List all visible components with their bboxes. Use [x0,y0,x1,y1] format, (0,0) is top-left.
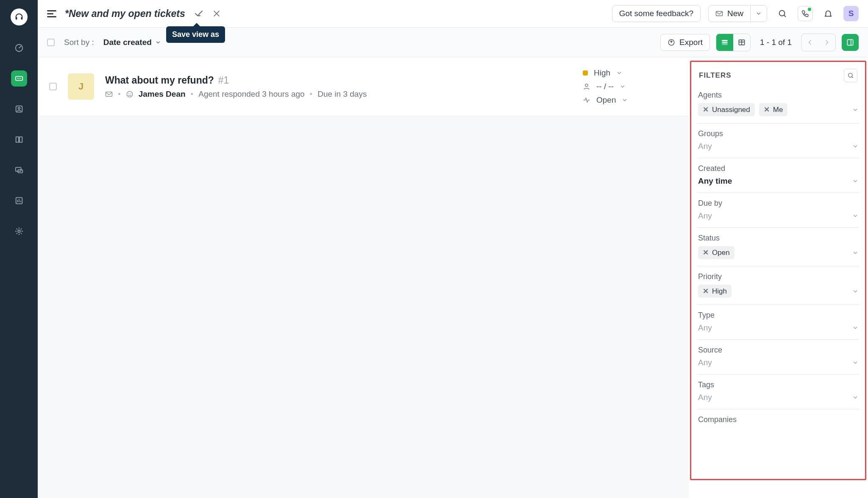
svg-rect-18 [722,44,727,45]
mail-icon [105,91,113,97]
assignee-dropdown[interactable]: -- / -- [583,82,676,91]
save-view-button[interactable] [194,8,204,19]
filter-status[interactable]: Status ✕Open [697,228,859,266]
person-icon [583,83,590,90]
filter-chip[interactable]: ✕Me [759,103,788,116]
svg-point-5 [18,78,19,79]
export-button[interactable]: Export [660,34,710,51]
svg-rect-20 [847,39,853,45]
ticket-checkbox[interactable] [49,83,57,90]
filter-chip[interactable]: ✕Open [698,246,734,259]
chevron-down-icon [616,70,622,76]
filters-search-button[interactable] [844,69,857,82]
save-view-tooltip: Save view as [166,26,225,43]
search-button[interactable] [775,6,790,21]
table-view-button[interactable] [733,34,750,51]
svg-point-22 [127,91,133,97]
priority-dropdown[interactable]: High [583,68,676,78]
person-icon [14,104,24,114]
bell-icon [823,9,833,18]
filter-created[interactable]: Created Any time [697,158,859,193]
sidebar-item-contacts[interactable] [11,101,27,117]
svg-point-24 [130,93,131,94]
filter-companies[interactable]: Companies [697,409,859,434]
notifications-button[interactable] [821,6,836,21]
svg-point-23 [128,93,129,94]
chevron-down-icon [756,11,762,17]
face-icon [126,90,134,98]
filter-priority[interactable]: Priority ✕High [697,266,859,305]
assignee-value: -- / -- [596,82,614,91]
feedback-button[interactable]: Got some feedback? [612,5,701,22]
chevron-down-icon [852,213,858,219]
chevron-left-icon [807,39,813,46]
remove-chip-icon[interactable]: ✕ [703,248,709,257]
brand-logo[interactable] [11,8,28,25]
book-icon [14,135,24,144]
ticket-list: J What about my refund? #1 • James Dean … [38,57,689,498]
chevron-down-icon [852,394,858,400]
panel-icon [846,38,854,47]
sidebar-item-dashboard[interactable] [11,40,27,56]
view-mode-toggle [716,34,751,51]
filter-due-by[interactable]: Due by Any [697,193,859,228]
card-view-button[interactable] [716,34,733,51]
requester-name[interactable]: James Dean [139,90,186,99]
discard-button[interactable] [212,9,221,18]
status-dropdown[interactable]: Open [583,95,676,105]
freshchat-button[interactable] [798,6,813,21]
chevron-right-icon [823,39,830,46]
views-menu-button[interactable] [47,10,56,17]
svg-point-6 [20,78,21,79]
mail-icon [715,11,723,17]
filter-tags[interactable]: Tags Any [697,375,859,409]
export-label: Export [679,38,703,47]
sidebar-item-forums[interactable] [11,162,27,178]
ticket-status-text: Agent responded 3 hours ago [198,90,304,99]
chevron-down-icon [852,250,858,256]
filter-chip[interactable]: ✕Unassigned [698,103,755,116]
ticket-subject[interactable]: What about my refund? [105,75,214,86]
filter-source[interactable]: Source Any [697,340,859,375]
chevron-down-icon [852,143,858,149]
remove-chip-icon[interactable]: ✕ [703,105,709,114]
filter-agents[interactable]: Agents ✕Unassigned ✕Me [697,85,859,123]
filter-groups[interactable]: Groups Any [697,123,859,158]
ticket-row[interactable]: J What about my refund? #1 • James Dean … [38,57,689,116]
filter-type[interactable]: Type Any [697,305,859,340]
ticket-due-text: Due in 3 days [317,90,367,99]
priority-dot-icon [583,70,588,76]
view-title: *New and my open tickets [65,8,185,20]
filters-title: FILTERS [699,71,732,80]
sidebar-item-tickets[interactable] [11,70,27,87]
new-button-dropdown[interactable] [750,6,767,22]
prev-page-button[interactable] [801,34,818,51]
sidebar-item-settings[interactable] [11,223,27,239]
remove-chip-icon[interactable]: ✕ [764,105,770,114]
next-page-button[interactable] [818,34,835,51]
activity-icon [583,96,590,104]
chevron-down-icon [852,288,858,294]
sort-dropdown[interactable]: Date created [103,38,161,47]
svg-point-8 [18,107,20,109]
sidebar-item-reports[interactable] [11,193,27,209]
user-initial: S [849,9,854,18]
user-avatar[interactable]: S [843,6,859,21]
select-all-checkbox[interactable] [47,39,55,46]
chevron-down-icon [852,107,858,113]
remove-chip-icon[interactable]: ✕ [703,287,709,296]
chevron-down-icon [852,178,858,184]
toggle-filters-button[interactable] [842,34,859,51]
svg-rect-1 [21,17,22,20]
ticket-id: #1 [218,75,229,86]
svg-point-12 [18,230,20,232]
new-button[interactable]: New [709,6,750,22]
requester-avatar: J [68,73,94,100]
filter-chip[interactable]: ✕High [698,285,732,298]
chevron-down-icon [852,360,858,366]
save-check-icon [194,8,204,19]
sidebar-item-kb[interactable] [11,131,27,148]
ticket-properties: High -- / -- Open [583,68,676,105]
svg-rect-13 [716,11,722,16]
chevron-down-icon [155,39,161,45]
